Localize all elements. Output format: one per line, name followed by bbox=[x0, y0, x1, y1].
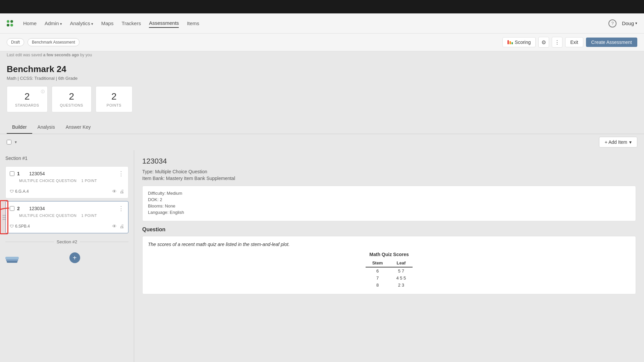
bar-red bbox=[507, 40, 509, 44]
tab-answer-key[interactable]: Answer Key bbox=[60, 121, 96, 134]
add-question-button[interactable]: + bbox=[69, 252, 80, 263]
layers-icon bbox=[5, 253, 19, 263]
section-2-label: Section #2 bbox=[57, 239, 77, 244]
print-icon-1[interactable]: 🖨 bbox=[119, 189, 124, 194]
main-nav: Home Admin Analytics Maps Trackers Asses… bbox=[0, 13, 644, 34]
question-1-checkbox[interactable] bbox=[10, 171, 14, 176]
nav-right: ? Doug bbox=[608, 19, 637, 27]
item-id: 123034 bbox=[142, 157, 636, 166]
top-controls: ▾ + Add Item ▾ bbox=[0, 134, 644, 150]
points-stat: 2 POINTS bbox=[96, 86, 132, 112]
print-icon-2[interactable]: 🖨 bbox=[119, 224, 124, 229]
logo-dot-2 bbox=[10, 20, 13, 23]
help-icon[interactable]: ? bbox=[608, 19, 616, 27]
dok-prop: DOK: 2 bbox=[148, 197, 630, 202]
scoring-button[interactable]: Scoring bbox=[502, 37, 536, 47]
more-button[interactable]: ⋮ bbox=[552, 37, 562, 48]
top-bar bbox=[0, 0, 644, 13]
question-1-actions: 👁 🖨 bbox=[112, 189, 124, 194]
question-card-2[interactable]: 2 123034 ⋮ MULTIPLE CHOICE QUESTION 1 po… bbox=[5, 201, 128, 233]
question-text: The scores of a recent math quiz are lis… bbox=[148, 242, 630, 247]
table-row: 8 2 3 bbox=[366, 282, 413, 289]
create-assessment-button[interactable]: Create Assessment bbox=[586, 38, 637, 47]
tab-builder[interactable]: Builder bbox=[7, 121, 32, 134]
exit-button[interactable]: Exit bbox=[565, 37, 583, 47]
tabs: Builder Analysis Answer Key bbox=[0, 121, 644, 134]
question-card-1[interactable]: 1 123054 ⋮ MULTIPLE CHOICE QUESTION 1 po… bbox=[5, 166, 128, 198]
questions-label: QUESTIONS bbox=[60, 103, 83, 107]
questions-stat: 2 QUESTIONS bbox=[52, 86, 92, 112]
draft-badge: Draft bbox=[7, 38, 24, 46]
points-label: POINTS bbox=[104, 103, 124, 107]
question-1-standard: 🛡 6.G.A.4 bbox=[10, 189, 29, 194]
eye-icon-1[interactable]: 👁 bbox=[112, 189, 117, 194]
stem-7: 7 bbox=[366, 275, 390, 282]
scoring-label: Scoring bbox=[515, 40, 531, 45]
question-2-footer: 🛡 6.SPB.4 👁 🖨 bbox=[10, 221, 124, 229]
shield-icon-2: 🛡 bbox=[10, 224, 14, 229]
language-prop: Language: English bbox=[148, 210, 630, 215]
assessment-meta: Math | CCSS: Traditional | 6th Grade bbox=[7, 76, 637, 81]
section-1-header: Section #1 bbox=[5, 154, 128, 163]
leaf-7: 4 5 5 bbox=[389, 275, 413, 282]
table-header-row: Stem Leaf bbox=[366, 259, 413, 267]
question-2-num: 2 bbox=[17, 206, 24, 211]
nav-analytics[interactable]: Analytics bbox=[70, 19, 93, 27]
add-item-label: + Add Item bbox=[605, 139, 627, 145]
nav-maps[interactable]: Maps bbox=[101, 19, 114, 27]
info-icon[interactable]: ⓘ bbox=[41, 89, 45, 94]
item-bank: Item Bank: Mastery Item Bank Supplementa… bbox=[142, 176, 636, 181]
subheader-actions: Scoring ⚙ ⋮ Exit Create Assessment bbox=[502, 37, 637, 48]
expand-chevron-icon[interactable]: ▾ bbox=[15, 140, 17, 144]
drag-dots bbox=[1, 201, 7, 233]
type-badge: Benchmark Assessment bbox=[28, 38, 79, 46]
stats-row: ⓘ 2 STANDARDS 2 QUESTIONS 2 POINTS bbox=[7, 86, 637, 112]
table-header-stem: Stem bbox=[366, 259, 390, 267]
table-title: Math Quiz Scores bbox=[366, 252, 413, 257]
question-2-checkbox[interactable] bbox=[10, 206, 14, 211]
question-2-actions: 👁 🖨 bbox=[112, 224, 124, 229]
logo-dot-3 bbox=[7, 24, 9, 26]
tab-analysis[interactable]: Analysis bbox=[32, 121, 60, 134]
nav-assessments[interactable]: Assessments bbox=[149, 19, 179, 28]
question-1-num: 1 bbox=[17, 171, 24, 176]
difficulty-prop: Difficulty: Medium bbox=[148, 191, 630, 196]
save-status-text: Last edit was saved bbox=[7, 53, 42, 57]
bar-orange bbox=[509, 41, 511, 44]
subheader: Draft Benchmark Assessment Scoring ⚙ ⋮ E… bbox=[0, 34, 644, 51]
question-2-more-icon[interactable]: ⋮ bbox=[118, 205, 124, 212]
questions-value: 2 bbox=[60, 91, 83, 102]
nav-admin[interactable]: Admin bbox=[45, 19, 62, 27]
standards-label: STANDARDS bbox=[15, 103, 39, 107]
shield-icon-1: 🛡 bbox=[10, 189, 14, 194]
item-properties: Difficulty: Medium DOK: 2 Blooms: None L… bbox=[142, 186, 636, 221]
standards-stat: ⓘ 2 STANDARDS bbox=[7, 86, 48, 112]
nav-items[interactable]: Items bbox=[187, 19, 199, 27]
leaf-8: 2 3 bbox=[389, 282, 413, 289]
eye-icon-2[interactable]: 👁 bbox=[112, 224, 117, 229]
bar-green bbox=[512, 42, 513, 44]
nav-home[interactable]: Home bbox=[23, 19, 37, 27]
gear-button[interactable]: ⚙ bbox=[538, 37, 549, 48]
section-2-divider: Section #2 bbox=[5, 237, 128, 247]
logo-icon bbox=[7, 20, 13, 26]
add-item-button[interactable]: + Add Item ▾ bbox=[599, 137, 637, 147]
points-value: 2 bbox=[104, 91, 124, 102]
question-section-title: Question bbox=[142, 227, 636, 233]
question-1-type: MULTIPLE CHOICE QUESTION 1 point bbox=[19, 179, 124, 183]
nav-links: Home Admin Analytics Maps Trackers Asses… bbox=[23, 19, 608, 28]
save-by: by you bbox=[80, 53, 92, 57]
drag-dot bbox=[4, 217, 5, 218]
user-menu[interactable]: Doug bbox=[622, 20, 637, 26]
select-all-checkbox[interactable] bbox=[7, 140, 11, 144]
divider-line bbox=[5, 242, 54, 242]
divider-line-2 bbox=[80, 242, 128, 242]
drag-dot bbox=[3, 215, 4, 216]
assessment-header: Benchmark 24 Math | CCSS: Traditional | … bbox=[0, 57, 644, 121]
standards-value: 2 bbox=[15, 91, 39, 102]
stem-6: 6 bbox=[366, 267, 390, 275]
nav-trackers[interactable]: Trackers bbox=[121, 19, 141, 27]
question-1-more-icon[interactable]: ⋮ bbox=[118, 171, 124, 177]
save-time: a few seconds ago bbox=[43, 53, 79, 57]
drag-dot bbox=[4, 215, 5, 216]
